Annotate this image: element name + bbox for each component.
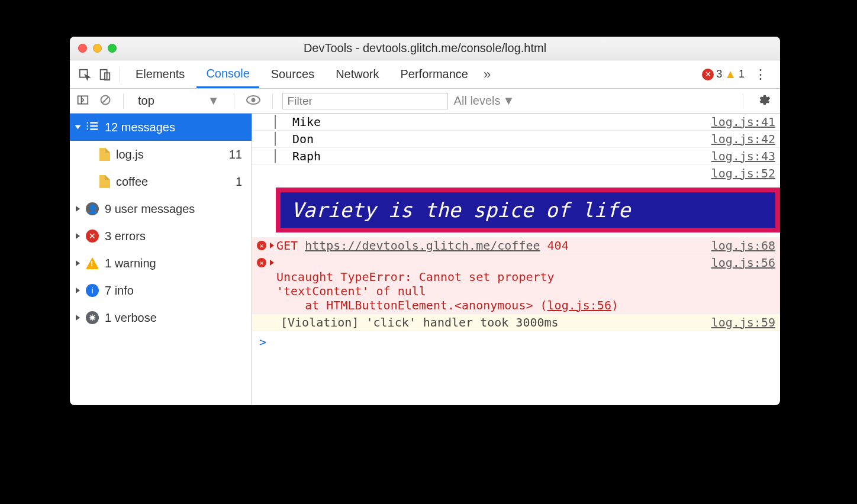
source-link[interactable]: log.js:68 bbox=[711, 238, 775, 253]
console-row[interactable]: Don log.js:42 bbox=[252, 131, 780, 148]
console-prompt[interactable]: > bbox=[252, 331, 780, 353]
group-indent-bar bbox=[275, 115, 282, 129]
console-row[interactable]: Raph log.js:43 bbox=[252, 148, 780, 165]
info-icon: i bbox=[86, 284, 99, 297]
clear-console-icon[interactable] bbox=[97, 94, 114, 108]
console-error-row[interactable]: ✕ GET https://devtools.glitch.me/coffee … bbox=[252, 237, 780, 254]
titlebar: DevTools - devtools.glitch.me/console/lo… bbox=[70, 37, 780, 60]
error-icon: ✕ bbox=[86, 230, 99, 243]
chevron-right-icon bbox=[76, 233, 80, 239]
main-tabs: Elements Console Sources Network Perform… bbox=[70, 60, 780, 89]
chevron-right-icon[interactable] bbox=[270, 243, 274, 248]
kebab-menu-icon[interactable]: ⋮ bbox=[747, 67, 774, 82]
error-icon: ✕ bbox=[257, 258, 266, 267]
chevron-down-icon bbox=[75, 125, 81, 130]
console-toolbar: top ▼ All levels▼ bbox=[70, 89, 780, 114]
chevron-right-icon bbox=[76, 260, 80, 266]
tab-sources[interactable]: Sources bbox=[262, 60, 324, 88]
svg-line-21 bbox=[94, 319, 95, 320]
source-link[interactable]: log.js:43 bbox=[711, 149, 775, 163]
bug-icon bbox=[86, 311, 99, 324]
error-url-link[interactable]: https://devtools.glitch.me/coffee bbox=[305, 238, 540, 253]
inspect-element-icon[interactable] bbox=[76, 68, 94, 81]
source-link[interactable]: log.js:41 bbox=[711, 115, 775, 129]
svg-line-20 bbox=[90, 315, 91, 316]
sidebar-messages-label: 12 messages bbox=[105, 121, 175, 134]
sidebar-file-coffee[interactable]: coffee 1 bbox=[70, 168, 252, 195]
console-sidebar: 12 messages log.js 11 coffee 1 👤 9 user … bbox=[70, 114, 252, 405]
console-violation-row[interactable]: [Violation] 'click' handler took 3000ms … bbox=[252, 314, 780, 331]
sidebar-errors[interactable]: ✕ 3 errors bbox=[70, 222, 252, 250]
warning-icon bbox=[86, 257, 99, 269]
svg-point-8 bbox=[251, 98, 255, 102]
warning-badge-icon: ▲ bbox=[724, 67, 736, 81]
filter-input[interactable] bbox=[282, 93, 448, 109]
svg-rect-3 bbox=[78, 96, 88, 104]
tab-network[interactable]: Network bbox=[326, 60, 388, 88]
warning-count: 1 bbox=[739, 68, 745, 80]
source-link[interactable]: log.js:42 bbox=[711, 132, 775, 146]
window-title: DevTools - devtools.glitch.me/console/lo… bbox=[70, 41, 780, 55]
log-levels-selector[interactable]: All levels▼ bbox=[454, 94, 515, 108]
console-row-styled[interactable]: log.js:52 bbox=[252, 165, 780, 182]
file-icon bbox=[99, 175, 110, 188]
source-link[interactable]: log.js:59 bbox=[711, 315, 775, 329]
error-count: 3 bbox=[716, 68, 722, 80]
chevron-right-icon[interactable] bbox=[270, 260, 274, 266]
source-link[interactable]: log.js:52 bbox=[711, 166, 775, 180]
tab-elements[interactable]: Elements bbox=[126, 60, 194, 88]
tab-performance[interactable]: Performance bbox=[391, 60, 478, 88]
chevron-right-icon bbox=[76, 287, 80, 293]
error-badge-icon: ✕ bbox=[702, 69, 714, 80]
error-warning-counts[interactable]: ✕ 3 ▲ 1 bbox=[702, 67, 745, 81]
sidebar-warning[interactable]: 1 warning bbox=[70, 250, 252, 277]
settings-gear-icon[interactable] bbox=[753, 93, 775, 109]
svg-line-22 bbox=[90, 319, 91, 320]
svg-line-6 bbox=[102, 97, 108, 103]
tab-console[interactable]: Console bbox=[196, 60, 259, 88]
console-row[interactable]: Mike log.js:41 bbox=[252, 114, 780, 131]
sidebar-messages[interactable]: 12 messages bbox=[70, 114, 252, 141]
styled-log-message: Variety is the spice of life bbox=[276, 188, 780, 232]
user-icon: 👤 bbox=[86, 202, 99, 215]
live-expression-icon[interactable] bbox=[244, 95, 263, 108]
console-output: Mike log.js:41 Don log.js:42 Raph log.js… bbox=[252, 114, 780, 405]
more-tabs-icon[interactable]: » bbox=[480, 67, 494, 82]
chevron-right-icon bbox=[76, 315, 80, 321]
svg-rect-1 bbox=[101, 69, 107, 79]
sidebar-info[interactable]: i 7 info bbox=[70, 277, 252, 304]
source-link[interactable]: log.js:56 bbox=[547, 298, 611, 312]
sidebar-user-messages[interactable]: 👤 9 user messages bbox=[70, 195, 252, 222]
context-selector[interactable]: top ▼ bbox=[133, 94, 224, 108]
chevron-right-icon bbox=[76, 206, 80, 212]
device-toggle-icon[interactable] bbox=[96, 68, 114, 81]
svg-line-23 bbox=[94, 315, 95, 316]
toggle-sidebar-icon[interactable] bbox=[75, 94, 91, 108]
error-icon: ✕ bbox=[257, 241, 266, 250]
list-icon bbox=[86, 121, 99, 134]
source-link[interactable]: log.js:56 bbox=[711, 256, 775, 270]
devtools-window: DevTools - devtools.glitch.me/console/lo… bbox=[70, 37, 780, 405]
console-error-row[interactable]: ✕ Uncaught TypeError: Cannot set propert… bbox=[252, 254, 780, 314]
sidebar-verbose[interactable]: 1 verbose bbox=[70, 304, 252, 331]
sidebar-file-logjs[interactable]: log.js 11 bbox=[70, 141, 252, 168]
file-icon bbox=[99, 148, 110, 161]
